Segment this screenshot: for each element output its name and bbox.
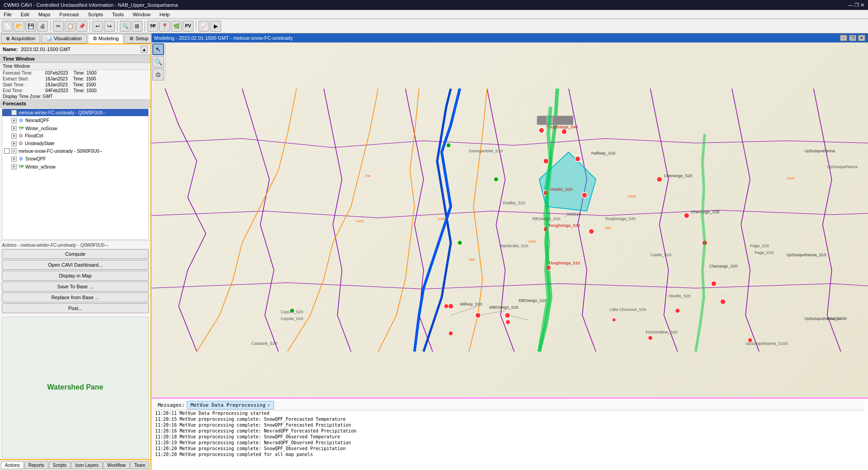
display-map-button[interactable]: Display in Map bbox=[2, 271, 149, 281]
restore-btn[interactable]: ❐ bbox=[854, 2, 859, 8]
expand-f2[interactable]: − bbox=[11, 148, 17, 154]
scroll-up-btn[interactable]: ▲ bbox=[141, 46, 148, 53]
upsus-s100-dot[interactable] bbox=[748, 338, 752, 343]
map-minimize[interactable]: − bbox=[840, 35, 847, 41]
menu-maps[interactable]: Maps bbox=[37, 11, 52, 18]
toolbar-zoom[interactable]: 🔍 bbox=[120, 21, 131, 32]
expand-winter-wsnow[interactable]: + bbox=[11, 164, 17, 169]
expand-f1[interactable]: − bbox=[11, 110, 17, 115]
compute-button[interactable]: Compute bbox=[2, 249, 149, 259]
toolbar-redo[interactable]: ↪ bbox=[104, 21, 115, 32]
map-area[interactable]: ↖ 🔍 ⊙ bbox=[151, 42, 868, 398]
station-dot-10[interactable] bbox=[448, 304, 453, 309]
tab-setup[interactable]: ⚙ Setup bbox=[124, 34, 153, 43]
tab-visualization[interactable]: 📊 Visualization bbox=[41, 34, 87, 43]
expand-winter-nosnow[interactable]: + bbox=[11, 126, 17, 131]
close-btn[interactable]: ✕ bbox=[860, 2, 864, 8]
map-svg[interactable]: Tioughnioga_S40 Otselic_S20 Tioughnioga_… bbox=[151, 42, 868, 398]
tool-select[interactable]: ↖ bbox=[152, 43, 164, 55]
station-dot-14[interactable] bbox=[684, 213, 689, 218]
station-dot-12[interactable] bbox=[505, 313, 510, 318]
station-dot-6[interactable] bbox=[582, 193, 587, 198]
blue-river-dot-3[interactable] bbox=[505, 320, 510, 324]
forecast-item-f1[interactable]: − metvue-winter-FC-unsteady - Q0W0F0U0-- bbox=[2, 109, 148, 116]
map-restore[interactable]: ❐ bbox=[849, 35, 856, 41]
forecast-sub-snowqpf[interactable]: + ❄ SnowQPF bbox=[2, 155, 148, 163]
title-text: CWMS CAVI - Controlled Unclassified Info… bbox=[4, 2, 178, 8]
menu-scripts[interactable]: Scripts bbox=[86, 11, 105, 18]
blue-river-dot-2[interactable] bbox=[448, 331, 453, 336]
tab-acquisition[interactable]: ⊕ Acquisition bbox=[1, 34, 40, 43]
toolbar-chart[interactable]: 📈 bbox=[198, 21, 209, 32]
cayuta-dot[interactable] bbox=[290, 309, 294, 313]
toolbar-new[interactable]: 📄 bbox=[2, 21, 13, 32]
toolbar-map1[interactable]: 🗺 bbox=[147, 21, 158, 32]
tributary-4 bbox=[469, 89, 487, 352]
station-dot-4[interactable] bbox=[575, 156, 580, 162]
choconut-dot[interactable] bbox=[612, 318, 616, 322]
left-tab-reports[interactable]: Reports bbox=[24, 461, 48, 469]
toolbar-copy[interactable]: 📋 bbox=[65, 21, 75, 32]
left-tab-workflow[interactable]: Workflow bbox=[103, 461, 130, 469]
expand-nexrad[interactable]: + bbox=[11, 118, 17, 123]
station-dot-17[interactable] bbox=[720, 299, 726, 305]
toolbar-cut[interactable]: ✂ bbox=[53, 21, 64, 32]
label-chenango-s20b: Chenango_S20 bbox=[709, 264, 738, 268]
forecast-checkbox-f1[interactable] bbox=[4, 110, 9, 115]
toolbar-paste[interactable]: 📌 bbox=[76, 21, 87, 32]
menu-help[interactable]: Help bbox=[158, 11, 172, 18]
toolbar-pv[interactable]: PV bbox=[183, 21, 193, 32]
toolbar-table[interactable]: ▶ bbox=[210, 21, 221, 32]
toolbar-print[interactable]: 🖨 bbox=[37, 21, 48, 32]
menu-window[interactable]: Window bbox=[131, 11, 152, 18]
expand-unsteady[interactable]: + bbox=[11, 141, 17, 146]
toolbar-open[interactable]: 📂 bbox=[14, 21, 24, 32]
finch-dot[interactable] bbox=[648, 336, 652, 340]
forecast-sub-floodctrl[interactable]: + ⚙ FloodCtrl bbox=[2, 132, 148, 140]
station-dot-1[interactable] bbox=[539, 127, 544, 133]
left-tab-actions[interactable]: Actions bbox=[1, 461, 24, 469]
actions-section: Actions - metvue-winter-FC-unsteady - Q0… bbox=[0, 240, 151, 316]
setup-icon: ⚙ bbox=[129, 36, 134, 42]
tool-info[interactable]: ⊙ bbox=[152, 69, 164, 80]
save-base-button[interactable]: Save To Base ... bbox=[2, 282, 149, 291]
expand-snowqpf[interactable]: + bbox=[11, 156, 17, 162]
forecast-sub-winter-wsnow[interactable]: + 🗺 Winter_wSnow bbox=[2, 163, 148, 170]
forecast-sub-nexrad[interactable]: + ❄ NexradQPF bbox=[2, 116, 148, 125]
forecast-list[interactable]: − metvue-winter-FC-unsteady - Q0W0F0U0--… bbox=[2, 108, 149, 240]
tool-zoom[interactable]: 🔍 bbox=[152, 56, 164, 68]
station-dot-2[interactable] bbox=[561, 129, 567, 134]
left-tab-team[interactable]: Team bbox=[130, 461, 149, 469]
forecast-sub-winter-nosnow[interactable]: + 🗺 Winter_noSnow bbox=[2, 125, 148, 132]
forecast-sub-unsteady[interactable]: + ⚙ UnsteadyState bbox=[2, 140, 148, 147]
menu-tools[interactable]: Tools bbox=[110, 11, 126, 18]
map-close[interactable]: ✕ bbox=[858, 35, 865, 41]
menu-edit[interactable]: Edit bbox=[19, 11, 31, 18]
station-dot-16[interactable] bbox=[711, 281, 717, 286]
forecast-checkbox-f2[interactable] bbox=[4, 148, 9, 154]
msg-tab-close[interactable]: ✕ bbox=[267, 403, 270, 408]
expand-floodctrl[interactable]: + bbox=[11, 133, 17, 139]
post-button[interactable]: Post... bbox=[2, 303, 149, 313]
replace-base-button[interactable]: Replace from Base ... bbox=[2, 292, 149, 302]
left-tab-icon-layers[interactable]: Icon Layers bbox=[71, 461, 103, 469]
toolbar-map3[interactable]: 🌿 bbox=[171, 21, 182, 32]
menu-file[interactable]: File bbox=[2, 11, 14, 18]
station-dot-8[interactable] bbox=[589, 229, 594, 234]
left-tab-scripts[interactable]: Scripts bbox=[49, 461, 71, 469]
forecast-item-f2[interactable]: − metvue-snow-FC-unsteady - S0N0F0U0-- bbox=[2, 147, 148, 155]
toolbar-fit[interactable]: ⊞ bbox=[132, 21, 142, 32]
label-ebowego-s10: EBOwego_S10 bbox=[519, 298, 547, 303]
toolbar-map2[interactable]: 📍 bbox=[159, 21, 170, 32]
station-dot-3[interactable] bbox=[543, 159, 549, 164]
menu-forecast[interactable]: Forecast bbox=[58, 11, 81, 18]
toolbar-undo[interactable]: ↩ bbox=[92, 21, 103, 32]
castle-dot[interactable] bbox=[675, 309, 680, 313]
open-cavi-button[interactable]: Open CAVI Dashboard... bbox=[2, 260, 149, 270]
tab-modeling[interactable]: ⚙ Modeling bbox=[88, 34, 124, 43]
toolbar-save[interactable]: 💾 bbox=[25, 21, 36, 32]
msg-tab-metvue[interactable]: MetVue Data Preprocessing ✕ bbox=[187, 401, 274, 409]
minimize-btn[interactable]: — bbox=[848, 2, 853, 8]
station-dot-13[interactable] bbox=[657, 177, 662, 182]
blue-river-dot-1[interactable] bbox=[444, 304, 448, 309]
